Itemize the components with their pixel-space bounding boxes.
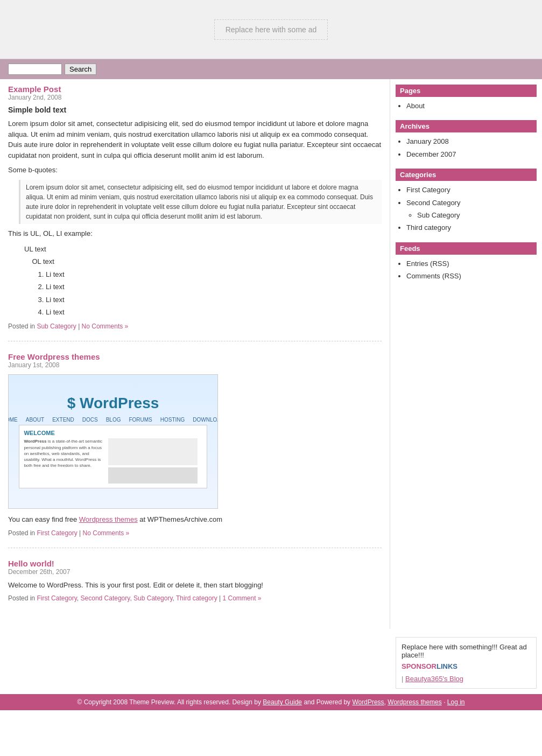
sidebar-cat-item: First Category [406, 184, 537, 196]
side-ad-text: Replace here with something!!! Great ad … [402, 643, 531, 659]
sidebar-feeds-heading: Feeds [396, 242, 537, 255]
wp-logo: $ WordPress [67, 395, 159, 412]
post-ol: Li text Li text Li text Li text [46, 268, 382, 319]
post-cat-first[interactable]: First Category [37, 594, 76, 602]
footer-design-by: Design by [233, 698, 261, 706]
post-list-intro: This is UL, OL, LI example: [8, 228, 382, 239]
sidebar-cat-sub[interactable]: Sub Category [417, 211, 460, 219]
sidebar-archives-heading: Archives [396, 120, 537, 132]
post-date-example: January 2nd, 2008 [8, 94, 382, 101]
sidebar-archive-item: December 2007 [406, 148, 537, 160]
post-date-wordpress: January 1st, 2008 [8, 361, 382, 369]
ul-label: UL text [24, 245, 46, 253]
footer-themes-link[interactable]: Wordpress themes [388, 698, 441, 706]
sidebar-subcat-item: Sub Category [417, 209, 537, 221]
sidebar-categories-list: First Category Second Category Sub Categ… [406, 184, 537, 234]
header-ad-text: Replace here with some ad [214, 19, 328, 40]
wp-body-text: You can easy find free [8, 515, 77, 523]
post-title-example[interactable]: Example Post [8, 85, 61, 94]
list-item: Li text [46, 281, 382, 293]
post-bquote-intro: Some b-quotes: [8, 165, 382, 176]
main-wrapper: Example Post January 2nd, 2008 Simple bo… [0, 79, 542, 629]
sponsor-pink-text: SPONSOR [402, 662, 437, 670]
sidebar: Pages About Archives January 2008 Decemb… [390, 79, 542, 296]
lower-area: Replace here with something!!! Great ad … [0, 629, 542, 694]
sidebar-archive-jan2008[interactable]: January 2008 [406, 137, 449, 145]
lower-sidebar-ad: Replace here with something!!! Great ad … [390, 629, 542, 694]
post-list-container: UL text OL text Li text Li text Li text … [24, 243, 382, 318]
wp-link-suffix: at WPThemesArchive.com [139, 515, 222, 523]
searchbar: Search [0, 59, 542, 79]
sidebar-archive-dec2007[interactable]: December 2007 [406, 150, 456, 158]
post-body-wordpress: You can easy find free Wordpress themes … [8, 514, 382, 525]
sidebar-archive-item: January 2008 [406, 135, 537, 148]
sidebar-feeds-list: Entries (RSS) Comments (RSS) [406, 257, 537, 283]
separator: | [79, 529, 81, 537]
posted-in-label: Posted in [8, 594, 35, 602]
post-example: Example Post January 2nd, 2008 Simple bo… [8, 85, 382, 341]
footer-login-link[interactable]: Log in [447, 698, 465, 706]
search-button[interactable]: Search [65, 64, 96, 75]
post-comments-link[interactable]: 1 Comment » [223, 594, 262, 602]
post-cat-sub[interactable]: Sub Category [133, 594, 173, 602]
post-comments-link[interactable]: No Comments » [83, 529, 130, 537]
post-category-link[interactable]: First Category [37, 529, 77, 537]
post-category-link[interactable]: Sub Category [37, 323, 76, 330]
footer-copyright: © Copyright 2008 Theme Preview. All righ… [78, 698, 231, 706]
content-area: Example Post January 2nd, 2008 Simple bo… [0, 79, 390, 629]
sidebar-feed-item: Comments (RSS) [406, 270, 537, 282]
post-title-hello[interactable]: Hello world! [8, 559, 54, 568]
sponsor-label: SPONSORLINKS [402, 662, 531, 670]
wp-nav: HOMEABOUTEXTENDDOCSBLOGFORUMSHOSTINGDOWN… [8, 417, 218, 423]
footer-design-link[interactable]: Beauty Guide [263, 698, 302, 706]
separator: | [78, 323, 80, 330]
header: Replace here with some ad [0, 0, 542, 59]
side-ad-block: Replace here with something!!! Great ad … [396, 637, 537, 689]
posted-in-label: Posted in [8, 529, 35, 537]
sponsor-blue-text: LINKS [437, 662, 457, 670]
search-input[interactable] [8, 64, 62, 75]
post-cat-third[interactable]: Third category [176, 594, 217, 602]
list-item: Li text [46, 293, 382, 306]
beautya-blog-link[interactable]: Beautya365's Blog [405, 675, 463, 683]
sidebar-page-item: About [406, 100, 537, 112]
footer-sep: , [384, 698, 386, 706]
wp-content-preview: WELCOME WordPress is a state-of-the-art … [19, 425, 207, 488]
post-comments-link[interactable]: No Comments » [82, 323, 129, 330]
sidebar-feeds: Feeds Entries (RSS) Comments (RSS) [396, 242, 537, 283]
ol-label: OL text [32, 257, 54, 265]
sidebar-categories: Categories First Category Second Categor… [396, 169, 537, 234]
footer-powered-by: and Powered by [304, 698, 350, 706]
sidebar-pages: Pages About [396, 85, 537, 112]
sidebar-subcat-list: Sub Category [417, 209, 537, 221]
post-body-hello: Welcome to WordPress. This is your first… [8, 580, 382, 591]
post-date-hello: December 26th, 2007 [8, 568, 382, 576]
post-wordpress: Free Wordpress themes January 1st, 2008 … [8, 352, 382, 548]
sidebar-page-about[interactable]: About [406, 102, 425, 110]
post-meta-example: Posted in Sub Category | No Comments » [8, 323, 382, 330]
sidebar-cat-third[interactable]: Third category [406, 223, 451, 232]
post-meta-hello: Posted in First Category, Second Categor… [8, 594, 382, 602]
post-hello-world: Hello world! December 26th, 2007 Welcome… [8, 559, 382, 613]
sidebar-cat-first[interactable]: First Category [406, 186, 451, 194]
wp-themes-link[interactable]: Wordpress themes [79, 515, 138, 523]
footer-wp-link[interactable]: WordPress [352, 698, 384, 706]
sidebar-feed-comments[interactable]: Comments (RSS) [406, 272, 461, 280]
footer: © Copyright 2008 Theme Preview. All righ… [0, 694, 542, 710]
post-title-wordpress[interactable]: Free Wordpress themes [8, 352, 100, 361]
sidebar-cat-second[interactable]: Second Category [406, 199, 460, 207]
wordpress-screenshot: $ WordPress HOMEABOUTEXTENDDOCSBLOGFORUM… [8, 374, 218, 509]
sidebar-feed-item: Entries (RSS) [406, 257, 537, 270]
separator: | [219, 594, 221, 602]
post-blockquote: Lorem ipsum dolor sit amet, consectetur … [19, 180, 382, 224]
sidebar-categories-heading: Categories [396, 169, 537, 181]
sidebar-feed-entries[interactable]: Entries (RSS) [406, 260, 449, 268]
lower-content-spacer [0, 629, 390, 640]
sponsor-link-item: | Beautya365's Blog [402, 675, 531, 683]
footer-login-sep: · [444, 698, 447, 706]
sidebar-archives: Archives January 2008 December 2007 [396, 120, 537, 160]
post-paragraph-example: Lorem ipsum dolor sit amet, consectetur … [8, 118, 382, 160]
list-item: Li text [46, 306, 382, 318]
post-cat-second[interactable]: Second Category [81, 594, 130, 602]
sidebar-pages-heading: Pages [396, 85, 537, 97]
